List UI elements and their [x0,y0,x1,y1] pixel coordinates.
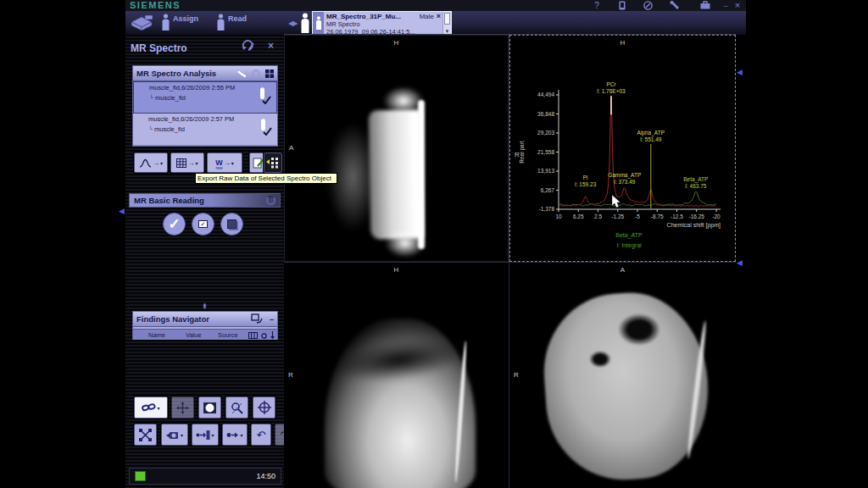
svg-text:2.5: 2.5 [594,214,602,219]
scrollbar-thumb[interactable] [444,13,450,25]
read-button[interactable]: Read [228,14,247,23]
column-source[interactable]: Source [218,331,248,339]
svg-text:44,494: 44,494 [537,92,554,97]
stop-icon [227,219,236,229]
busy-spinner-icon [252,66,260,81]
copy-to-film-button[interactable]: ▾ [192,424,219,446]
analysis-panel-header[interactable]: MR Spectro Analysis [133,66,277,81]
findings-navigator-panel: Findings Navigator – Name Value Source [132,311,278,340]
list-item[interactable]: muscle_fid,6/26/2009 2:57 PM └muscle_fid [133,114,277,146]
siemens-logo: SIEMENS [130,0,181,10]
page-right-arrow-icon[interactable]: ◀ [737,258,743,267]
orientation-label: R [514,371,519,379]
basic-reading-section[interactable]: MR Basic Reading [129,193,281,208]
orientation-label: R [288,371,293,379]
crosshair-button[interactable] [253,396,275,419]
apply-checkbox-button[interactable]: ✓ [192,213,214,236]
splitter-down-icon: ▼ [125,306,284,309]
findings-export-icon[interactable] [251,312,263,327]
svg-text:13,913: 13,913 [537,168,554,174]
assign-button[interactable]: Assign [173,14,198,23]
svg-text:-1,378: -1,378 [539,206,555,212]
svg-text:-1.25: -1.25 [611,214,624,219]
clock: 14:50 [146,472,275,480]
mri-bone-spot [618,313,660,346]
patient-card-close-icon[interactable]: × [437,12,441,20]
dropdown-icon: ▾ [181,432,183,438]
panel-splitter[interactable]: ▲ ▼ [125,302,284,309]
viewport-spectrum[interactable]: 44,49436,84829,20321,55813,9136,267-1,37… [509,35,736,262]
findings-title: Findings Navigator [136,314,251,324]
scroll-arrows-icon[interactable]: ◀▶ [288,19,297,27]
patient-card[interactable]: MR_Spectro_31P_Mu... Male MR Spectro 26.… [312,11,452,35]
page-right-arrow-icon[interactable]: ◀ [737,68,743,76]
undo-button[interactable]: ↶ [251,424,271,446]
orientation-label: H [620,39,626,47]
export-raw-data-button[interactable]: Wraw →▾ [207,152,242,173]
zoom-pan-button[interactable] [225,396,248,419]
help-icon[interactable]: ? [590,1,604,10]
svg-text:PCr: PCr [606,81,616,87]
assign-person-icon[interactable] [161,14,170,30]
orientation-label: A [289,144,293,152]
svg-text:-12.5: -12.5 [670,214,683,219]
toolbox-icon[interactable] [698,1,712,10]
column-name[interactable]: Name [148,331,186,339]
orientation-label: H [394,266,399,274]
close-task-icon[interactable]: × [268,40,274,52]
status-bar: 14:50 [129,468,281,485]
sidebar: MR Spectro × MR Spectro Analysis [125,35,284,488]
accept-button[interactable]: ✓ [163,213,186,236]
viewport-axial[interactable]: A R [509,263,736,488]
patient-dates: 26.06.1979 09.06.26-14:41:5... [326,28,441,34]
tools-wrench-icon[interactable] [236,66,247,81]
svg-text:-8.75: -8.75 [651,214,664,219]
mri-bone-spot [589,351,611,368]
image-toolbar-row2: ▾ ▾ ▾ ↶ ↷ [125,424,284,447]
tooltip: Export Raw Data of Selected Spectro Obje… [195,173,337,184]
display-spectrum-button[interactable]: →▾ [134,152,168,173]
device-icon[interactable] [615,1,629,10]
compass-icon[interactable] [641,1,654,10]
viewport-sagittal[interactable]: H A [284,35,509,262]
svg-text:-16.25: -16.25 [689,214,705,219]
spectrum-chart[interactable]: 44,49436,84829,20321,55813,9136,267-1,37… [510,36,735,261]
film-column-icon[interactable] [248,327,258,342]
visibility-column-icon[interactable] [261,327,267,342]
viewport-coronal[interactable]: H R [284,263,509,488]
display-table-button[interactable]: →▾ [170,152,204,173]
spectro-status-icon [256,87,271,108]
svg-text:29,203: 29,203 [537,130,554,136]
export-dicom-button[interactable] [264,152,282,173]
page-left-arrow-icon[interactable]: ◀ [119,207,125,215]
acquisition-device-icon[interactable] [130,14,159,31]
spectro-object-list: muscle_fid,6/26/2009 2:55 PM └muscle_fid… [133,81,277,146]
patient-card-scrollbar[interactable]: ▼ [442,12,451,34]
sort-column-icon[interactable] [270,327,275,342]
svg-text:10: 10 [555,214,562,219]
findings-header[interactable]: Findings Navigator – [133,312,277,327]
send-to-node-button[interactable]: ▾ [222,424,248,446]
svg-text:6.25: 6.25 [573,214,584,219]
svg-text:36,848: 36,848 [537,111,554,117]
read-person-icon[interactable] [216,14,225,30]
stop-button[interactable] [220,213,243,236]
close-button[interactable]: × [731,1,744,10]
checkbox-icon: ✓ [198,220,208,228]
wrench-icon[interactable] [668,1,682,10]
orientation-label: A [620,266,625,274]
link-images-button[interactable]: ▾ [134,396,168,419]
svg-text:6,267: 6,267 [541,187,555,193]
column-value[interactable]: Value [186,331,218,339]
full-screen-button[interactable] [134,424,157,446]
patient-avatar [313,12,324,34]
title-bar: SIEMENS ? – × [125,0,746,11]
copy-image-button[interactable]: ▾ [161,424,188,446]
list-item[interactable]: muscle_fid,6/26/2009 2:55 PM └muscle_fid [133,81,277,114]
tree-branch-icon: └ [148,126,153,132]
findings-minimize-icon[interactable]: – [270,315,274,324]
layout-grid-icon[interactable] [265,66,274,81]
pan-button[interactable] [171,396,194,419]
window-level-button[interactable] [198,396,221,419]
restart-task-icon[interactable] [242,40,255,55]
